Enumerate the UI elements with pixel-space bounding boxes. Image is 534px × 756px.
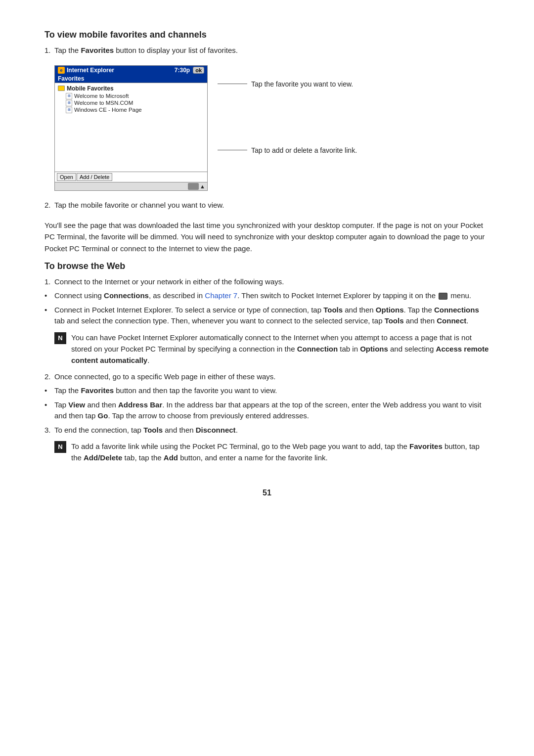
step1-text: Tap the Favorites button to display your…: [54, 46, 238, 54]
callout-top-text: Tap the favorite you want to view.: [251, 80, 353, 88]
callout-line-top: [218, 84, 247, 84]
note2-adddel: Add/Delete: [84, 453, 122, 462]
bullet2-connect: Connect: [437, 316, 466, 325]
note2-add: Add: [164, 453, 178, 462]
note1-text: You can have Pocket Internet Explorer au…: [71, 332, 490, 366]
ie-app-icon: e: [58, 67, 65, 74]
section2-step2-text: Once connected, go to a specific Web pag…: [54, 372, 276, 381]
ie-page-icon-1: ⊞: [66, 93, 72, 99]
ie-ok-button[interactable]: ok: [193, 67, 204, 74]
step3-disconnect: Disconnect: [196, 426, 236, 434]
keyboard-icon: [188, 183, 199, 190]
ie-folder-row: Mobile Favorites: [58, 85, 204, 92]
callout-area: Tap the favorite you want to view. Tap t…: [208, 65, 357, 174]
ie-subitem-3[interactable]: ⊞ Windows CE - Home Page: [58, 107, 204, 113]
note-box-2: N To add a favorite link while using the…: [54, 441, 490, 464]
section2-bullet3-text: Tap the Favorites button and then tap th…: [54, 386, 277, 395]
section2-step1-text: Connect to the Internet or your network …: [54, 277, 284, 286]
ie-item-2-label: Welcome to MSN.COM: [74, 100, 133, 106]
step1-bold: Favorites: [81, 46, 114, 54]
ie-titlebar-left: e Internet Explorer: [58, 67, 114, 74]
ie-screenshot: e Internet Explorer 7:30p ok Favorites M…: [54, 65, 490, 191]
section2-bullet4: Tap View and then Address Bar. In the ad…: [44, 400, 490, 422]
note1-access: Access remote content automatically: [71, 345, 489, 364]
page-number: 51: [44, 489, 490, 497]
ie-page-icon-2: ⊞: [66, 100, 72, 106]
bullet3-favorites: Favorites: [81, 386, 114, 395]
ie-menubar: Favorites: [55, 75, 207, 83]
step2-item: Tap the mobile favorite or channel you w…: [44, 200, 490, 211]
bullet2-tools: Tools: [323, 306, 343, 314]
ie-item-3-label: Windows CE - Home Page: [74, 107, 142, 113]
note-icon-2: N: [54, 441, 66, 453]
bullet4-addressbar: Address Bar: [118, 400, 162, 409]
ie-add-delete-button[interactable]: Add / Delete: [77, 173, 113, 181]
bullet4-go: Go: [98, 411, 108, 420]
ie-folder-label: Mobile Favorites: [67, 85, 114, 92]
ie-subitem-2[interactable]: ⊞ Welcome to MSN.COM: [58, 100, 204, 106]
ie-title: Internet Explorer: [67, 67, 114, 74]
section2-bullet4-text: Tap View and then Address Bar. In the ad…: [54, 400, 481, 420]
section2-step1: Connect to the Internet or your network …: [44, 276, 490, 288]
ie-keyboard-row: ▲: [55, 182, 207, 190]
keyboard-arrow: ▲: [200, 183, 205, 189]
ie-folder-icon: [58, 86, 65, 91]
ie-subitem-1[interactable]: ⊞ Welcome to Microsoft: [58, 93, 204, 99]
ie-open-button[interactable]: Open: [57, 173, 76, 181]
section1-body: You'll see the page that was downloaded …: [44, 220, 490, 254]
ie-window: e Internet Explorer 7:30p ok Favorites M…: [54, 65, 208, 191]
section2-step3-text: To end the connection, tap Tools and the…: [54, 426, 238, 434]
bullet4-view: View: [68, 400, 85, 409]
step2-text: Tap the mobile favorite or channel you w…: [54, 201, 224, 209]
bullet2-tools2: Tools: [385, 316, 404, 325]
chapter7-link[interactable]: Chapter 7: [205, 291, 237, 300]
note2-favorites: Favorites: [409, 442, 443, 450]
section2-title: To browse the Web: [44, 261, 490, 271]
section2-bullet2-text: Connect in Pocket Internet Explorer. To …: [54, 306, 479, 325]
ie-time: 7:30p: [175, 67, 190, 74]
callout-bottom-text: Tap to add or delete a favorite link.: [251, 146, 357, 154]
ie-titlebar: e Internet Explorer 7:30p ok: [55, 66, 207, 75]
section2-step2: Once connected, go to a specific Web pag…: [44, 371, 490, 383]
section2-bullet1-text: Connect using Connections, as described …: [54, 291, 471, 300]
callout-top: Tap the favorite you want to view.: [218, 80, 357, 88]
start-menu-icon: [439, 293, 447, 300]
ie-page-icon-3: ⊞: [66, 107, 72, 113]
note1-connection: Connection: [297, 345, 338, 353]
note2-text: To add a favorite link while using the P…: [71, 441, 490, 464]
bullet2-options: Options: [376, 306, 404, 314]
ie-item-1-label: Welcome to Microsoft: [74, 93, 129, 99]
section2-bullet3: Tap the Favorites button and then tap th…: [44, 385, 490, 397]
step1-item: Tap the Favorites button to display your…: [44, 45, 490, 56]
step3-tools: Tools: [143, 426, 163, 434]
section2-step3: To end the connection, tap Tools and the…: [44, 425, 490, 436]
note-icon-1: N: [54, 332, 66, 344]
ie-toolbar: Open Add / Delete: [55, 172, 207, 182]
ie-content: Mobile Favorites ⊞ Welcome to Microsoft …: [55, 83, 207, 172]
ie-titlebar-right: 7:30p ok: [175, 67, 204, 74]
bullet2-connections: Connections: [434, 306, 479, 314]
bullet1-bold1: Connections: [104, 291, 149, 300]
callout-bottom: Tap to add or delete a favorite link.: [218, 146, 357, 154]
note1-options: Options: [360, 345, 388, 353]
section2-bullet2: Connect in Pocket Internet Explorer. To …: [44, 305, 490, 327]
section2-bullet1: Connect using Connections, as described …: [44, 290, 490, 302]
callout-line-bottom: [218, 150, 247, 150]
note-box-1: N You can have Pocket Internet Explorer …: [54, 332, 490, 366]
section1-title: To view mobile favorites and channels: [44, 30, 490, 40]
